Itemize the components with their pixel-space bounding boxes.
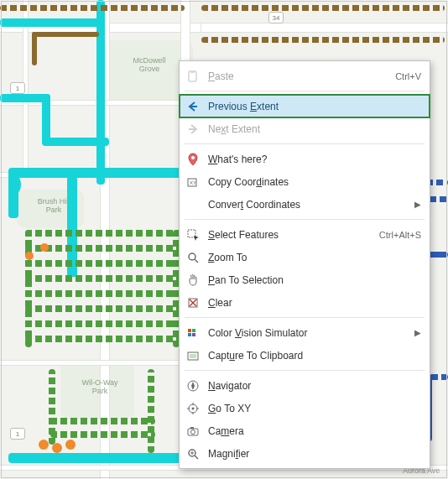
svg-rect-28 bbox=[190, 427, 194, 429]
menu-label: Zoom To bbox=[208, 252, 421, 263]
camera-icon bbox=[185, 423, 201, 440]
menu-label: Copy Coordinates bbox=[208, 176, 421, 188]
feature-line bbox=[25, 336, 180, 342]
menu-label: What's here? bbox=[208, 154, 421, 165]
menu-item-capture-to-clipboard[interactable]: Capture To Clipboard Capture To Clipboar… bbox=[180, 344, 430, 367]
svg-point-8 bbox=[189, 253, 195, 260]
feature-line bbox=[0, 5, 185, 11]
arrow-right-icon bbox=[185, 121, 201, 138]
clear-icon bbox=[185, 294, 201, 311]
menu-label: Pan To Selection bbox=[208, 274, 421, 286]
svg-text:XY: XY bbox=[190, 180, 196, 185]
menu-item-go-to-xy[interactable]: Go To XY Go To XY bbox=[180, 397, 430, 419]
feature-line bbox=[50, 431, 155, 438]
feature-node bbox=[65, 440, 76, 450]
menu-label: Next Extent bbox=[208, 123, 421, 135]
svg-rect-18 bbox=[190, 354, 196, 358]
blank-icon bbox=[185, 196, 201, 213]
chevron-right-icon: ▶ bbox=[414, 200, 421, 209]
park-label: McDowellGrove bbox=[116, 57, 183, 74]
feature-line bbox=[25, 290, 180, 297]
park-label: Wil-O-WayPark bbox=[70, 379, 129, 396]
menu-label: Camera bbox=[208, 425, 421, 437]
feature-node bbox=[52, 443, 62, 453]
pan-icon bbox=[185, 272, 201, 289]
svg-line-30 bbox=[195, 456, 198, 459]
svg-line-9 bbox=[195, 259, 198, 263]
menu-label: Clear bbox=[208, 297, 421, 309]
compass-icon bbox=[185, 377, 201, 394]
palette-icon bbox=[185, 325, 201, 341]
route-shield: 1 bbox=[10, 82, 25, 94]
feature-line bbox=[32, 32, 37, 65]
svg-rect-1 bbox=[190, 70, 195, 73]
road bbox=[0, 361, 193, 365]
svg-point-25 bbox=[192, 407, 195, 409]
menu-item-pan-to-selection[interactable]: Pan To Selection Pan To Selection bbox=[180, 268, 430, 291]
svg-point-27 bbox=[191, 430, 195, 434]
menu-item-previous-extent[interactable]: Previous Extent Previous Extent bbox=[180, 95, 430, 117]
menu-label: Previous Extent bbox=[208, 101, 421, 112]
svg-rect-16 bbox=[192, 333, 195, 336]
svg-rect-13 bbox=[188, 329, 191, 332]
feature-line bbox=[25, 260, 180, 267]
menu-label: Capture To Clipboard bbox=[208, 350, 421, 362]
feature-line bbox=[25, 230, 180, 237]
menu-item-zoom-to[interactable]: Zoom To Zoom To bbox=[180, 246, 430, 268]
feature-line bbox=[49, 369, 55, 445]
menu-label: Go To XY bbox=[208, 403, 421, 414]
menu-item-copy-coordinates[interactable]: XY Copy Coordinates Copy Coordinates bbox=[180, 170, 430, 193]
svg-rect-15 bbox=[188, 333, 191, 336]
menu-item-whats-here[interactable]: What's here? What's here? bbox=[180, 148, 430, 170]
menu-item-convert-coordinates[interactable]: Convert Coordinates Convert Coordinates … bbox=[180, 193, 430, 216]
menu-separator bbox=[185, 219, 425, 220]
menu-label: Navigator bbox=[208, 380, 421, 392]
feature-line bbox=[25, 320, 180, 327]
menu-item-magnifier[interactable]: Magnifier Magnifier bbox=[180, 442, 430, 465]
route-shield: 1 bbox=[10, 428, 25, 440]
feature-node bbox=[25, 252, 34, 260]
feature-node bbox=[39, 440, 49, 450]
target-icon bbox=[185, 400, 201, 417]
menu-item-navigator[interactable]: Navigator Navigator bbox=[180, 374, 430, 397]
pin-icon bbox=[185, 151, 201, 168]
menu-label: Select Features bbox=[208, 229, 372, 241]
menu-label: Convert Coordinates bbox=[208, 199, 408, 211]
menu-item-next-extent: Next Extent Next Extent bbox=[180, 117, 430, 140]
feature-line bbox=[42, 94, 50, 144]
menu-item-color-vision-simulator[interactable]: Color Vision Simulator Color Vision Simu… bbox=[180, 321, 430, 344]
menu-shortcut: Ctrl+Alt+S bbox=[379, 230, 421, 240]
menu-separator bbox=[185, 370, 425, 371]
menu-item-clear[interactable]: Clear Clear bbox=[180, 291, 430, 314]
menu-label: Color Vision Simulator bbox=[208, 327, 408, 339]
menu-item-select-features[interactable]: Select Features Select Features Ctrl+Alt… bbox=[180, 223, 430, 246]
menu-item-paste: PPasteaste Ctrl+V bbox=[180, 65, 430, 87]
menu-separator bbox=[185, 317, 425, 318]
feature-line bbox=[8, 168, 18, 218]
feature-line bbox=[8, 453, 193, 463]
route-shield: 34 bbox=[268, 12, 284, 23]
xy-copy-icon: XY bbox=[185, 174, 201, 190]
feature-line bbox=[96, 0, 105, 185]
menu-separator bbox=[185, 91, 425, 91]
feature-line bbox=[25, 305, 180, 312]
capture-icon bbox=[185, 347, 201, 364]
map-context-menu: PPasteaste Ctrl+V Previous Extent Previo… bbox=[179, 60, 430, 469]
feature-node bbox=[13, 176, 21, 193]
menu-item-camera[interactable]: Camera Camera bbox=[180, 419, 430, 442]
feature-line bbox=[50, 418, 155, 424]
feature-line bbox=[201, 37, 445, 43]
zoom-icon bbox=[185, 249, 201, 266]
feature-line bbox=[25, 275, 180, 282]
arrow-left-icon bbox=[185, 98, 201, 115]
svg-point-4 bbox=[191, 156, 195, 159]
paste-icon bbox=[185, 68, 201, 85]
road bbox=[201, 23, 448, 32]
feature-line bbox=[42, 138, 109, 146]
magnifier-icon bbox=[185, 445, 201, 462]
feature-line bbox=[32, 32, 99, 37]
feature-line bbox=[0, 18, 105, 27]
select-icon bbox=[185, 226, 201, 243]
feature-node bbox=[40, 243, 49, 252]
menu-label: Magnifier bbox=[208, 448, 421, 460]
